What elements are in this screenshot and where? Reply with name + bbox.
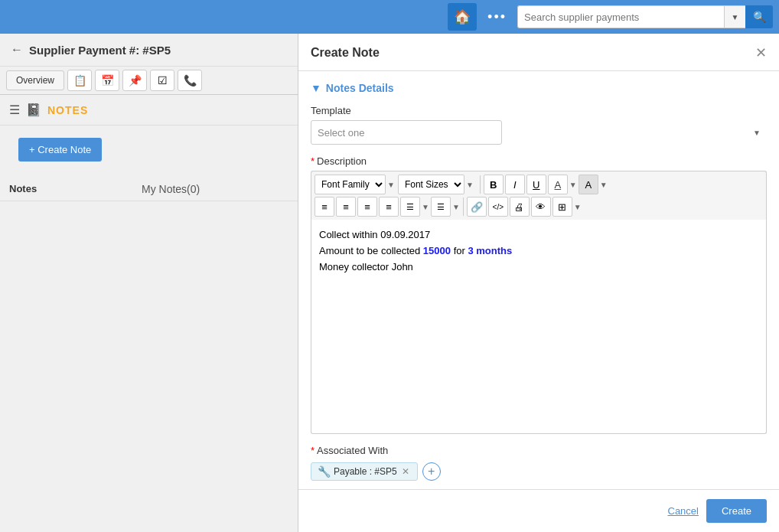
font-family-select[interactable]: Font Family: [315, 175, 386, 194]
modal-footer: Cancel Create: [298, 489, 779, 532]
bg-color-dropdown-icon: ▼: [600, 181, 608, 189]
associated-tag: 🔧 Payable : #SP5 ✕: [311, 462, 418, 481]
template-select-wrapper: Select one ▼: [311, 120, 767, 145]
font-sizes-select[interactable]: Font Sizes: [398, 175, 464, 194]
font-color-dropdown-icon: ▼: [569, 181, 577, 189]
top-bar: 🏠 ••• ▼ 🔍: [0, 0, 779, 34]
more-options[interactable]: •••: [481, 6, 513, 28]
section-label: Notes Details: [326, 82, 394, 94]
toolbar-row-1: Font Family ▼ Font Sizes ▼ B I U A ▼ A ▼: [315, 175, 763, 194]
bullets-button[interactable]: ☰: [400, 197, 420, 217]
bullets-dropdown-icon: ▼: [422, 203, 429, 211]
bg-color-button[interactable]: A: [579, 175, 598, 194]
numbered-dropdown-icon: ▼: [452, 203, 460, 211]
table-dropdown-icon: ▼: [574, 203, 582, 211]
italic-button[interactable]: I: [505, 175, 525, 194]
select-arrow-icon: ▼: [753, 129, 761, 137]
editor-area[interactable]: Collect within 09.09.2017 Amount to be c…: [311, 220, 767, 434]
align-center-button[interactable]: ≡: [336, 197, 356, 217]
description-label: *Description: [311, 155, 767, 167]
tag-remove-button[interactable]: ✕: [400, 466, 411, 477]
link-button[interactable]: 🔗: [467, 197, 487, 217]
search-dropdown-button[interactable]: ▼: [724, 5, 745, 28]
toolbar-separator-2: [463, 197, 464, 216]
tab-pin[interactable]: 📌: [122, 70, 147, 91]
toolbar-row-2: ≡ ≡ ≡ ≡ ☰ ▼ ☰ ▼ 🔗 </> 🖨 👁 ⊞ ▼: [315, 197, 763, 217]
tab-phone[interactable]: 📞: [178, 70, 202, 91]
bold-button[interactable]: B: [484, 175, 504, 194]
modal-header: Create Note ✕: [298, 34, 779, 71]
associated-with-label: *Associated With: [311, 445, 767, 456]
search-icon: 🔍: [753, 11, 766, 23]
notes-title: NOTES: [47, 104, 88, 116]
preview-button[interactable]: 👁: [531, 197, 551, 217]
editor-line-2: Amount to be collected 15000 for 3 month…: [319, 243, 758, 259]
cancel-button[interactable]: Cancel: [668, 505, 699, 517]
modal-title: Create Note: [311, 46, 380, 60]
tab-checklist[interactable]: ☑: [150, 70, 174, 91]
tab-calendar[interactable]: 📅: [95, 70, 119, 91]
section-chevron-icon[interactable]: ▼: [311, 82, 321, 94]
assoc-required-star: *: [311, 445, 315, 456]
create-button[interactable]: Create: [706, 499, 767, 523]
create-note-modal: Create Note ✕ ▼ Notes Details Template S…: [298, 34, 779, 532]
template-label: Template: [311, 105, 767, 116]
notes-icon: 📓: [26, 103, 41, 117]
search-button[interactable]: 🔍: [745, 5, 773, 28]
font-color-button[interactable]: A: [548, 175, 568, 194]
section-toggle: ▼ Notes Details: [311, 82, 767, 94]
back-button[interactable]: ←: [11, 43, 23, 57]
print-button[interactable]: 🖨: [510, 197, 530, 217]
template-select[interactable]: Select one: [311, 120, 502, 145]
editor-toolbar: Font Family ▼ Font Sizes ▼ B I U A ▼ A ▼…: [311, 171, 767, 220]
justify-button[interactable]: ≡: [379, 197, 399, 217]
required-star: *: [311, 155, 315, 167]
underline-button[interactable]: U: [526, 175, 546, 194]
editor-line-3: Money collector John: [319, 259, 758, 276]
page-title: Supplier Payment #: #SP5: [29, 44, 171, 57]
hamburger-icon[interactable]: ☰: [9, 103, 20, 117]
modal-body: ▼ Notes Details Template Select one ▼ *D…: [298, 71, 779, 489]
numbered-button[interactable]: ☰: [431, 197, 451, 217]
code-button[interactable]: </>: [488, 197, 508, 217]
search-input[interactable]: [517, 5, 724, 28]
add-association-button[interactable]: +: [422, 462, 441, 481]
tab-bar: Overview 📋 📅 📌 ☑ 📞: [0, 67, 298, 95]
my-notes-label: My Notes(0): [142, 183, 200, 195]
home-button[interactable]: 🏠: [448, 3, 477, 31]
modal-close-button[interactable]: ✕: [755, 44, 767, 61]
tab-list[interactable]: 📋: [67, 70, 92, 91]
back-bar: ← Supplier Payment #: #SP5: [0, 34, 298, 67]
home-icon: 🏠: [454, 8, 471, 25]
editor-line-1: Collect within 09.09.2017: [319, 227, 758, 243]
tag-icon: 🔧: [318, 465, 331, 478]
left-panel: ← Supplier Payment #: #SP5 Overview 📋 📅 …: [0, 34, 298, 532]
search-wrapper: ▼ 🔍: [517, 5, 773, 28]
notes-header: ☰ 📓 NOTES: [0, 95, 298, 126]
align-right-button[interactable]: ≡: [357, 197, 377, 217]
tab-overview[interactable]: Overview: [6, 70, 64, 90]
tag-label: Payable : #SP5: [334, 466, 397, 477]
align-left-button[interactable]: ≡: [315, 197, 334, 217]
chevron-down-icon: ▼: [732, 13, 739, 21]
toolbar-sizes-dropdown-icon: ▼: [466, 181, 474, 189]
associated-tags: 🔧 Payable : #SP5 ✕ +: [311, 462, 767, 481]
toolbar-dropdown-icon: ▼: [387, 181, 395, 189]
create-note-button[interactable]: + Create Note: [18, 138, 102, 162]
table-button[interactable]: ⊞: [552, 197, 572, 217]
toolbar-separator-1: [480, 175, 481, 194]
